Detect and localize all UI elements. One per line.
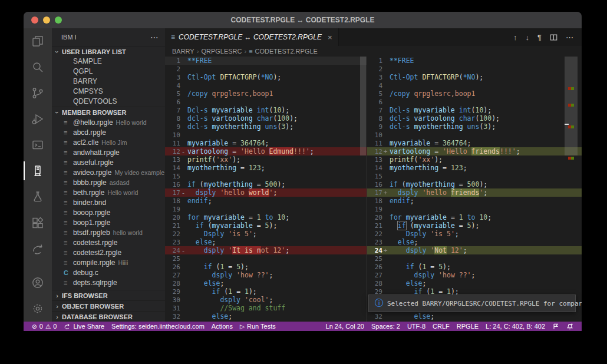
library-item[interactable]: BARRY	[52, 77, 165, 87]
modified-code-line[interactable]: 32 else;	[367, 312, 582, 320]
breadcrumb-item[interactable]: QRPGLESRC	[201, 48, 242, 55]
extensions-icon[interactable]	[24, 210, 52, 236]
member-item[interactable]: ≡beth.rpgleHello world	[52, 187, 165, 197]
member-item[interactable]: ≡avideo.rpgleMy video example	[52, 167, 165, 177]
modified-code-line[interactable]: 8dcl-s vartoolong char(100);	[367, 114, 582, 123]
modified-code-line[interactable]: 6	[367, 98, 582, 106]
ibmi-icon[interactable]	[24, 158, 52, 184]
original-code-line[interactable]: 14myotherthing = 123;	[165, 164, 367, 172]
modified-code-line[interactable]: 1**FREE	[367, 57, 582, 65]
original-code-line[interactable]: 20for myvariable = 1 to 10;	[165, 213, 367, 221]
modified-code-line[interactable]: 9dcl-s myotherthing uns(3);	[367, 123, 582, 131]
original-code-line[interactable]: 6	[165, 98, 367, 106]
section-database-browser[interactable]: ›DATABASE BROWSER	[52, 311, 165, 322]
original-code-line[interactable]: 19	[165, 205, 367, 213]
section-member-browser[interactable]: › MEMBER BROWSER	[52, 107, 165, 117]
split-editor-icon[interactable]	[550, 34, 557, 41]
modified-code-line[interactable]: 22 Dsply 'is 5';	[367, 230, 582, 238]
source-control-icon[interactable]	[24, 80, 52, 106]
original-code-line[interactable]: 11myvariable = 364764;	[165, 139, 367, 147]
original-code-line[interactable]: 10	[165, 131, 367, 139]
member-item[interactable]: ≡andwhatt.rpgle	[52, 147, 165, 157]
original-code-line[interactable]: 3Ctl-Opt DFTACTGRP(*NO);	[165, 73, 367, 81]
settings-gear-icon[interactable]	[24, 296, 52, 322]
original-code-line[interactable]: 15	[165, 172, 367, 180]
breadcrumb-item[interactable]: ≡CODETEST2.RPGLE	[249, 48, 318, 55]
status-live-share[interactable]: Live Share	[60, 322, 108, 331]
modified-code-line[interactable]: 2	[367, 65, 582, 73]
modified-code-line[interactable]: 18endif;	[367, 197, 582, 205]
member-item[interactable]: ≡bbbb.rpgleasdasd	[52, 177, 165, 187]
close-window-button[interactable]	[31, 16, 38, 24]
close-tab-icon[interactable]: ×	[328, 33, 332, 42]
member-item[interactable]: ≡@hello.rpgleHello world	[52, 117, 165, 127]
modified-code-line[interactable]: 27 dsply 'how ??';	[367, 271, 582, 279]
status-cursor-position[interactable]: Ln 24, Col 20	[322, 322, 368, 331]
modified-code-line[interactable]: 26 if (1 = 5);	[367, 263, 582, 271]
zoom-window-button[interactable]	[55, 16, 62, 24]
status-eol[interactable]: CRLF	[429, 322, 453, 331]
notification-toast[interactable]: ⓘ Selected BARRY/QRPGLESRC/CODETEST.RPGL…	[368, 294, 576, 312]
modified-code-line[interactable]: 7Dcl-s myvariable int(10);	[367, 106, 582, 114]
original-code-line[interactable]: 1**FREE	[165, 57, 367, 65]
modified-code-line[interactable]: 24+ dsply 'Not 12';	[367, 246, 582, 254]
status-indentation[interactable]: Spaces: 2	[368, 322, 404, 331]
member-item[interactable]: Cdebug.c	[52, 267, 165, 277]
status-actions[interactable]: Actions	[208, 322, 236, 331]
original-code-line[interactable]: 12-vartoolong = 'Hello Edmund!!!';	[165, 147, 367, 155]
original-code-line[interactable]: 29 if (1 = 1);	[165, 287, 367, 296]
run-debug-icon[interactable]	[24, 106, 52, 132]
original-code-line[interactable]: 7Dcl-s myvariable int(10);	[165, 106, 367, 114]
original-code-line[interactable]: 28 else;	[165, 279, 367, 287]
modified-code-line[interactable]: 33	[367, 320, 582, 322]
status-language-mode[interactable]: RPGLE	[453, 322, 482, 331]
modified-code-line[interactable]: 16if (myotherthing = 500);	[367, 180, 582, 188]
modified-code-line[interactable]: 28 else;	[367, 279, 582, 287]
original-code-line[interactable]: 13printf('xx');	[165, 155, 367, 164]
status-settings-host[interactable]: Settings: seiden.iinthecloud.com	[108, 322, 208, 331]
status-feedback[interactable]	[549, 322, 563, 331]
search-icon[interactable]	[24, 54, 52, 80]
overview-ruler[interactable]	[565, 57, 578, 322]
more-actions-icon[interactable]: ⋯	[566, 34, 573, 41]
live-share-icon[interactable]	[24, 236, 52, 262]
library-item[interactable]: CMPSYS	[52, 87, 165, 97]
section-object-browser[interactable]: ›OBJECT BROWSER	[52, 300, 165, 311]
original-code-line[interactable]: 2	[165, 65, 367, 73]
modified-code-line[interactable]: 4	[367, 81, 582, 90]
original-code-line[interactable]: 30 dsply 'cool';	[165, 296, 367, 304]
modified-code-line[interactable]: 12+vartoolong = 'Hello friends!!!';	[367, 147, 582, 155]
member-item[interactable]: ≡binder.bnd	[52, 197, 165, 207]
original-code-line[interactable]: 8dcl-s vartoolong char(100);	[165, 114, 367, 123]
original-code-line[interactable]: 17- dsply 'hello world';	[165, 188, 367, 197]
member-item[interactable]: ≡acl2.clleHello Jim	[52, 137, 165, 147]
modified-code-line[interactable]: 17+ dsply 'hello friends';	[367, 188, 582, 197]
modified-code-line[interactable]: 23 else;	[367, 238, 582, 246]
modified-code-line[interactable]: 10	[367, 131, 582, 139]
modified-code-line[interactable]: 20for myvariable = 1 to 10;	[367, 213, 582, 221]
object-browser-icon[interactable]	[24, 132, 52, 158]
original-code-line[interactable]: 31 //Swag and stuff	[165, 304, 367, 312]
member-item[interactable]: ≡boop1.rpgle	[52, 217, 165, 227]
modified-code-line[interactable]: 14myotherthing = 123;	[367, 164, 582, 172]
testing-icon[interactable]	[24, 184, 52, 210]
member-item[interactable]: ≡codetest2.rpgle	[52, 247, 165, 257]
minimize-window-button[interactable]	[43, 16, 50, 24]
original-code-line[interactable]: 22 Dsply 'is 5';	[165, 230, 367, 238]
sidebar-more-actions-icon[interactable]: ⋯	[150, 32, 159, 42]
modified-code-line[interactable]: 25	[367, 254, 582, 263]
member-item[interactable]: ≡codetest.rpgle	[52, 237, 165, 247]
original-code-line[interactable]: 5/copy qrpglesrc,boop1	[165, 90, 367, 98]
original-code-line[interactable]: 16if (myotherthing = 500);	[165, 180, 367, 188]
modified-code-line[interactable]: 11myvariable = 364764;	[367, 139, 582, 147]
library-item[interactable]: SAMPLE	[52, 57, 165, 67]
member-item[interactable]: ≡compile.rpgleHiiii	[52, 257, 165, 267]
original-code-line[interactable]: 27 dsply 'how ??';	[165, 271, 367, 279]
original-code-line[interactable]: 33	[165, 320, 367, 322]
original-code-line[interactable]: 21 if (myvariable = 5);	[165, 221, 367, 230]
member-item[interactable]: ≡booop.rpgle	[52, 207, 165, 217]
modified-code-line[interactable]: 3Ctl-Opt DFTACTGRP(*NO);	[367, 73, 582, 81]
original-code-line[interactable]: 4	[165, 81, 367, 90]
breadcrumb-item[interactable]: BARRY	[172, 48, 194, 55]
status-file-stats[interactable]: L: 24, C: 402, B: 402	[482, 322, 549, 331]
